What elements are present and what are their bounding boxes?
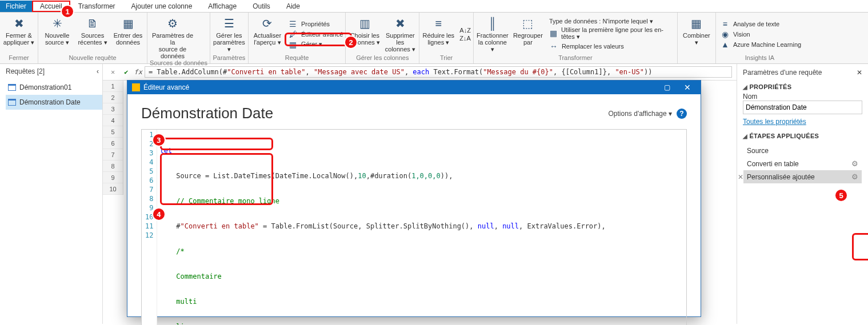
applied-step[interactable]: Source <box>743 145 862 157</box>
manage-query-button[interactable]: ▦ Gérer ▾ <box>289 40 343 49</box>
new-source-button[interactable]: ✳ Nouvellesource ▾ <box>41 14 74 54</box>
combine-icon: ▦ <box>687 15 706 32</box>
ribbon-group-split: ║ Fractionnerla colonne ▾ ⬚ Regrouperpar… <box>474 13 678 63</box>
annotation-highlight-3 <box>160 138 273 150</box>
powerbi-logo-icon <box>132 83 140 91</box>
properties-section: PROPRIÉTÉS <box>743 83 862 90</box>
queries-pane: Requêtes [2] ‹ Démonstration01 Démonstra… <box>0 64 103 324</box>
annotation-badge-5: 5 <box>834 188 848 202</box>
tab-file[interactable]: Fichier <box>0 1 32 12</box>
manage-params-button[interactable]: ☰ Gérer lesparamètres ▾ <box>213 14 246 54</box>
applied-step[interactable]: Converti en table ⚙ <box>743 157 862 170</box>
applied-step[interactable]: ✕ Personnalisée ajoutée ⚙ <box>743 170 862 183</box>
tab-view[interactable]: Affichage <box>200 1 245 12</box>
group-label: Trier <box>422 54 471 62</box>
enter-data-icon: ▦ <box>119 15 137 32</box>
close-apply-button[interactable]: ✖ Fermer &appliquer ▾ <box>2 14 35 54</box>
dialog-titlebar: Éditeur avancé ▢ ✕ <box>127 81 701 94</box>
reduce-rows-icon: ≡ <box>429 15 447 32</box>
replace-values-button[interactable]: ↔ Remplacer les valeurs <box>549 42 675 51</box>
ribbon-group-rows: ≡ Réduire leslignes ▾ A↓Z Z↓A Trier <box>419 13 474 63</box>
line-gutter: 1 2 3 4 5 6 7 8 9 10 11 12 <box>142 130 157 325</box>
close-settings-icon[interactable]: ✕ <box>857 69 862 77</box>
ribbon-group-columns: ▥ Choisir lescolonnes ▾ ✖ Supprimer lesc… <box>346 13 419 63</box>
params-icon: ☰ <box>220 15 238 32</box>
table-icon <box>8 99 16 106</box>
all-properties-link[interactable]: Toutes les propriétés <box>743 118 806 126</box>
help-icon[interactable]: ? <box>677 109 687 119</box>
advanced-editor-button[interactable]: 🖉 Éditeur avancé <box>289 30 343 39</box>
ribbon-group-ia: ≡ Analyse de texte ◉ Vision ▲ Azure Mach… <box>716 13 803 63</box>
azure-ml-button[interactable]: ▲ Azure Machine Learning <box>721 40 801 49</box>
delete-step-icon[interactable]: ✕ <box>738 173 743 181</box>
collapse-queries-icon[interactable]: ‹ <box>97 67 99 75</box>
ribbon-group-query: ⟳ Actualiserl'aperçu ▾ ☰ Propriétés 🖉 Éd… <box>249 13 346 63</box>
formula-input[interactable]: = Table.AddColumn(#"Converti en table", … <box>145 66 732 78</box>
vision-button[interactable]: ◉ Vision <box>721 30 801 39</box>
query-item[interactable]: Démonstration Date <box>6 95 102 110</box>
ribbon-group-combine: ▦ Combiner▾ <box>678 13 716 63</box>
group-label: Requête <box>251 54 343 62</box>
tab-tools[interactable]: Outils <box>245 1 278 12</box>
ribbon-group-close: ✖ Fermer &appliquer ▾ Fermer <box>0 13 38 63</box>
split-column-button[interactable]: ║ Fractionnerla colonne ▾ <box>476 14 509 54</box>
new-source-icon: ✳ <box>48 15 66 32</box>
query-settings-pane: Paramètres d'une requête ✕ PROPRIÉTÉS No… <box>737 64 868 324</box>
recent-sources-button[interactable]: 🗎 Sourcesrécentes ▾ <box>76 14 109 54</box>
vision-icon: ◉ <box>721 30 730 39</box>
ribbon-group-new-query: ✳ Nouvellesource ▾ 🗎 Sourcesrécentes ▾ ▦… <box>38 13 147 63</box>
datasource-icon: ⚙ <box>163 15 182 32</box>
advanced-editor-dialog: Éditeur avancé ▢ ✕ Démonstration Date Op… <box>127 80 701 317</box>
group-label: Insights IA <box>718 54 801 62</box>
group-label: Transformer <box>476 54 675 62</box>
settings-title: Paramètres d'une requête <box>743 69 822 77</box>
refresh-preview-button[interactable]: ⟳ Actualiserl'aperçu ▾ <box>251 14 284 54</box>
group-by-button[interactable]: ⬚ Regrouperpar <box>511 14 545 54</box>
gear-icon[interactable]: ⚙ <box>851 159 858 168</box>
ribbon-group-datasources: ⚙ Paramètres de lasource de données Sour… <box>147 13 210 63</box>
annotation-highlight-4 <box>160 153 273 205</box>
azure-icon: ▲ <box>721 40 730 49</box>
group-label: Nouvelle requête <box>41 54 145 62</box>
close-icon[interactable]: ✕ <box>679 83 696 92</box>
sort-desc-button[interactable]: Z↓A <box>459 35 471 42</box>
remove-columns-icon: ✖ <box>391 15 409 32</box>
maximize-icon[interactable]: ▢ <box>658 83 675 91</box>
applied-steps-section: ÉTAPES APPLIQUÉES <box>743 133 862 139</box>
first-row-headers-button[interactable]: ▦ Utiliser la première ligne pour les en… <box>549 26 675 41</box>
cancel-formula-icon[interactable]: ✕ <box>107 67 118 77</box>
datasource-settings-button[interactable]: ⚙ Paramètres de lasource de données <box>150 14 195 59</box>
tab-transform[interactable]: Transformer <box>70 1 123 12</box>
tab-help[interactable]: Aide <box>278 1 308 12</box>
query-item[interactable]: Démonstration01 <box>6 80 102 95</box>
annotation-badge-1: 1 <box>61 5 74 18</box>
display-options-button[interactable]: Options d'affichage ▾ <box>609 110 672 118</box>
query-name-input[interactable] <box>743 101 862 114</box>
annotation-badge-3: 3 <box>152 133 166 147</box>
fx-label: fx <box>134 68 142 76</box>
gear-icon[interactable]: ⚙ <box>851 172 858 181</box>
ribbon-tabs: Fichier Accueil Transformer Ajouter une … <box>0 0 868 13</box>
sort-asc-button[interactable]: A↓Z <box>459 27 471 34</box>
manage-icon: ▦ <box>289 40 298 49</box>
group-label: Gérer les colonnes <box>348 54 417 62</box>
text-analytics-button[interactable]: ≡ Analyse de texte <box>721 19 801 29</box>
apply-formula-icon[interactable]: ✔ <box>121 67 131 77</box>
dialog-title: Éditeur avancé <box>143 83 189 91</box>
group-label <box>680 54 713 62</box>
table-icon: ▦ <box>549 29 558 38</box>
annotation-badge-4: 4 <box>152 207 166 221</box>
properties-button[interactable]: ☰ Propriétés <box>289 19 343 29</box>
ribbon: ✖ Fermer &appliquer ▾ Fermer ✳ Nouvelles… <box>0 13 868 64</box>
properties-icon: ☰ <box>289 19 298 29</box>
reduce-rows-button[interactable]: ≡ Réduire leslignes ▾ <box>422 14 455 54</box>
tab-add-column[interactable]: Ajouter une colonne <box>123 1 201 12</box>
code-editor[interactable]: 1 2 3 4 5 6 7 8 9 10 11 12 let Source = … <box>141 129 687 325</box>
combine-button[interactable]: ▦ Combiner▾ <box>680 14 713 54</box>
enter-data-button[interactable]: ▦ Entrer desdonnées <box>111 14 145 54</box>
formula-bar: ✕ ✔ fx = Table.AddColumn(#"Converti en t… <box>103 64 737 81</box>
data-type-button[interactable]: Type de données : N'importe lequel ▾ <box>549 18 675 25</box>
dialog-heading: Démonstration Date <box>141 105 273 122</box>
remove-columns-button[interactable]: ✖ Supprimer lescolonnes ▾ <box>383 14 417 54</box>
recent-icon: 🗎 <box>83 15 102 32</box>
